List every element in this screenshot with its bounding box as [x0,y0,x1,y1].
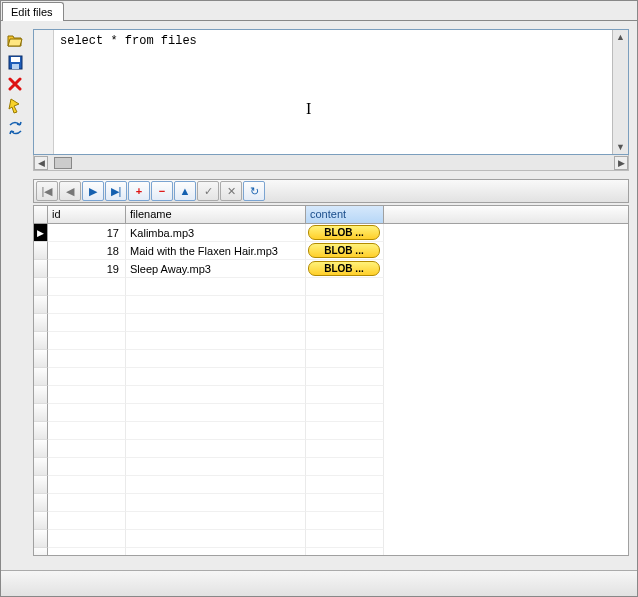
empty-row [34,494,628,512]
row-indicator-icon [34,512,48,530]
empty-row [34,548,628,555]
row-indicator-icon [34,386,48,404]
cell-content: BLOB ... [306,224,384,242]
scroll-up-icon[interactable]: ▲ [614,30,628,44]
empty-row [34,314,628,332]
blob-button[interactable]: BLOB ... [308,243,380,258]
scroll-left-icon[interactable]: ◀ [34,156,48,170]
row-indicator-icon [34,404,48,422]
row-indicator-icon [34,548,48,555]
row-indicator-icon [34,494,48,512]
nav-play-button[interactable]: ▶ [82,181,104,201]
status-bar [1,570,637,596]
execute-icon[interactable] [6,97,24,115]
table-row[interactable]: 18 Maid with the Flaxen Hair.mp3 BLOB ..… [34,242,628,260]
nav-toolbar: |◀ ◀ ▶ ▶| + − ▲ ✓ ✕ ↻ [33,179,629,203]
row-indicator-icon [34,458,48,476]
nav-reload-button[interactable]: ↻ [243,181,265,201]
refresh-icon[interactable] [6,119,24,137]
column-spacer [384,206,628,223]
side-toolbar [1,21,29,564]
cell-content: BLOB ... [306,260,384,278]
row-indicator-icon [34,368,48,386]
empty-row [34,422,628,440]
nav-add-button[interactable]: + [128,181,150,201]
sql-hscroll[interactable]: ◀ ▶ [33,155,629,171]
empty-row [34,332,628,350]
save-icon[interactable] [6,53,24,71]
row-indicator-icon [34,332,48,350]
empty-row [34,386,628,404]
row-indicator-icon [34,440,48,458]
column-id[interactable]: id [48,206,126,223]
empty-row [34,530,628,548]
row-indicator-icon [34,242,48,260]
row-indicator-icon [34,476,48,494]
column-content[interactable]: content [306,206,384,223]
tab-edit-files[interactable]: Edit files [2,2,64,21]
open-icon[interactable] [6,31,24,49]
grid-body: ▶ 17 Kalimba.mp3 BLOB ... 18 Maid with t… [34,224,628,555]
empty-row [34,350,628,368]
row-indicator-icon [34,314,48,332]
tab-strip: Edit files [1,1,637,21]
svg-rect-2 [12,64,19,69]
empty-row [34,440,628,458]
empty-row [34,278,628,296]
row-indicator-icon [34,350,48,368]
sql-gutter [34,30,54,154]
cell-id[interactable]: 19 [48,260,126,278]
scroll-right-icon[interactable]: ▶ [614,156,628,170]
cell-id[interactable]: 18 [48,242,126,260]
empty-row [34,296,628,314]
delete-icon[interactable] [6,75,24,93]
empty-rows [34,278,628,555]
empty-row [34,458,628,476]
nav-cancel-button[interactable]: ✕ [220,181,242,201]
nav-prev-button[interactable]: ◀ [59,181,81,201]
scroll-down-icon[interactable]: ▼ [614,140,628,154]
hscroll-thumb[interactable] [54,157,72,169]
cell-content: BLOB ... [306,242,384,260]
empty-row [34,368,628,386]
row-indicator-icon [34,422,48,440]
sql-text[interactable]: select * from files [54,30,612,154]
nav-next-button[interactable]: ▶| [105,181,127,201]
grid-header: id filename content [34,206,628,224]
empty-row [34,512,628,530]
row-indicator-icon [34,260,48,278]
blob-button[interactable]: BLOB ... [308,261,380,276]
row-indicator-icon [34,296,48,314]
nav-first-button[interactable]: |◀ [36,181,58,201]
row-indicator-icon [34,530,48,548]
nav-up-button[interactable]: ▲ [174,181,196,201]
blob-button[interactable]: BLOB ... [308,225,380,240]
nav-check-button[interactable]: ✓ [197,181,219,201]
data-grid: id filename content ▶ 17 Kalimba.mp3 BLO… [33,205,629,556]
main-container: select * from files ▲ ▼ I ◀ ▶ |◀ ◀ ▶ ▶| … [1,21,637,564]
table-row[interactable]: 19 Sleep Away.mp3 BLOB ... [34,260,628,278]
empty-row [34,404,628,422]
nav-remove-button[interactable]: − [151,181,173,201]
window-panel: Edit files select * from files [0,0,638,597]
row-indicator-icon: ▶ [34,224,48,242]
column-indicator[interactable] [34,206,48,223]
table-row[interactable]: ▶ 17 Kalimba.mp3 BLOB ... [34,224,628,242]
cell-filename[interactable]: Kalimba.mp3 [126,224,306,242]
sql-editor[interactable]: select * from files ▲ ▼ I [33,29,629,155]
cell-id[interactable]: 17 [48,224,126,242]
empty-row [34,476,628,494]
cell-filename[interactable]: Sleep Away.mp3 [126,260,306,278]
column-filename[interactable]: filename [126,206,306,223]
row-indicator-icon [34,278,48,296]
sql-vscroll[interactable]: ▲ ▼ [612,30,628,154]
svg-rect-1 [11,57,20,62]
cell-filename[interactable]: Maid with the Flaxen Hair.mp3 [126,242,306,260]
content-area: select * from files ▲ ▼ I ◀ ▶ |◀ ◀ ▶ ▶| … [29,21,637,564]
